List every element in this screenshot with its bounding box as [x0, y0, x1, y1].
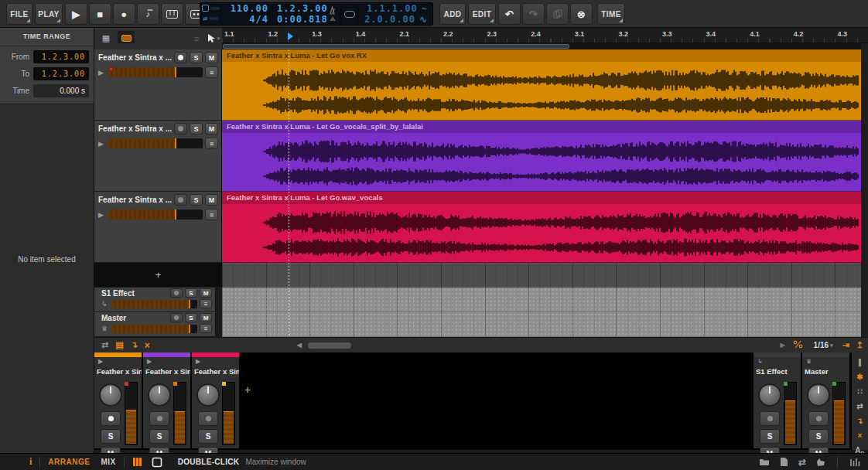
arm-button[interactable] — [170, 313, 183, 322]
solo-button[interactable]: S — [190, 194, 203, 206]
track-lane[interactable]: Feather x Sintra x Luma - Let Go.wav_voc… — [222, 192, 861, 263]
crossfade-icon[interactable]: ⇄ — [856, 403, 863, 410]
track-header[interactable]: Feather x Sintra x ... S M ▶ ≡ — [94, 121, 222, 192]
add-track-area[interactable]: + — [94, 263, 222, 288]
pan-knob[interactable] — [148, 383, 171, 407]
arm-button[interactable] — [149, 411, 169, 426]
solo-button[interactable]: S — [149, 429, 169, 444]
track-header[interactable]: Feather x Sintra x ... S M ▶ ≡ — [94, 49, 222, 121]
pan-knob[interactable] — [99, 383, 122, 407]
arm-button[interactable] — [198, 411, 218, 426]
undo-button[interactable]: ↶ — [498, 3, 521, 25]
arm-button[interactable] — [101, 411, 121, 426]
metronome-cell[interactable] — [324, 3, 341, 25]
volume-slider[interactable] — [111, 300, 197, 308]
snap-vertical-icon[interactable]: ↥ — [856, 340, 863, 350]
clip-grid-icon[interactable] — [132, 457, 142, 467]
snap-icon[interactable]: ⇥ — [842, 340, 849, 350]
tempo-value[interactable]: 110.00 — [225, 3, 268, 14]
duplicate-button[interactable] — [546, 3, 569, 25]
effect-track-header[interactable]: S1 Effect S M ↳ ≡ — [94, 288, 222, 312]
mute-button[interactable]: M — [205, 194, 218, 206]
play-follow-icon[interactable]: ▶ — [780, 342, 784, 349]
mute-button[interactable]: M — [205, 52, 218, 63]
mute-button[interactable]: M — [205, 123, 218, 135]
arm-button[interactable] — [760, 411, 780, 426]
track-menu-button[interactable]: ≡ — [205, 138, 218, 149]
volume-slider[interactable] — [108, 209, 203, 220]
zoom-scrollbar[interactable] — [308, 342, 351, 349]
track-menu-button[interactable]: ≡ — [205, 209, 218, 220]
arm-button[interactable] — [174, 194, 187, 206]
track-lane[interactable]: Feather x Sintra x Luma - Let Go_vocals_… — [222, 121, 861, 192]
tempo-cell[interactable]: 110.00 4/4 — [221, 3, 273, 25]
sends-section-icon[interactable]: ∷ — [857, 388, 862, 396]
time-signature-value[interactable]: 4/4 — [225, 14, 268, 25]
controller-button[interactable] — [161, 3, 183, 25]
volume-slider[interactable] — [111, 325, 197, 333]
track-name[interactable]: S1 Effect — [101, 289, 168, 298]
channel-name[interactable]: Feather x Sintr... — [143, 367, 190, 378]
solo-button[interactable]: S — [198, 429, 218, 444]
solo-button[interactable]: S — [760, 429, 780, 444]
time-menu-button[interactable]: TIME — [597, 3, 625, 25]
channel-name[interactable]: Feather x Sintr... — [192, 367, 239, 378]
stop-button[interactable]: ■ — [89, 3, 111, 25]
mixer-channel[interactable]: ▶ Feather x Sintr... S M — [143, 352, 192, 448]
clear-selection-icon[interactable]: × — [145, 340, 150, 351]
track-menu-button[interactable]: ≡ — [200, 299, 212, 308]
effect-track-lane[interactable] — [222, 288, 861, 312]
play-menu-button[interactable]: PLAY — [35, 3, 63, 25]
auto-scroll-icon[interactable]: ↴ — [131, 340, 138, 350]
solo-button[interactable]: S — [190, 123, 203, 135]
track-name[interactable]: Feather x Sintra x ... — [98, 53, 172, 62]
solo-button[interactable]: S — [808, 429, 829, 444]
track-menu-button[interactable]: ≡ — [200, 324, 212, 333]
loop-duration-value[interactable]: 2.0.0.00 — [364, 14, 415, 25]
maximize-window-icon[interactable] — [152, 457, 162, 468]
file-icon[interactable] — [780, 457, 788, 467]
arm-button[interactable] — [174, 52, 187, 63]
project-folder-icon[interactable] — [759, 458, 770, 466]
scroll-left-arrow-icon[interactable]: ◀ — [297, 342, 302, 349]
track-header[interactable]: Feather x Sintra x ... S M ▶ ≡ — [94, 192, 222, 263]
from-value-field[interactable]: 1.2.3.00 — [33, 50, 89, 63]
edit-menu-button[interactable]: EDIT — [468, 3, 496, 25]
mute-button[interactable]: M — [200, 313, 212, 322]
track-menu-button[interactable]: ≡ — [205, 66, 218, 78]
channel-name[interactable]: Master — [802, 367, 849, 378]
pan-knob[interactable] — [758, 383, 781, 407]
arm-button[interactable] — [808, 411, 829, 426]
mixer-channel-effect[interactable]: ↳ S1 Effect S M — [754, 352, 802, 448]
track-name[interactable]: Master — [101, 314, 168, 322]
grid-dropdown-icon[interactable]: ▾ — [830, 342, 833, 349]
position-cell[interactable]: 1.2.3.00 0:00.818 — [273, 3, 324, 25]
position-time-value[interactable]: 0:00.818 — [277, 14, 320, 25]
clip-label[interactable]: Feather x Sintra x Luma - Let Go vox RX — [222, 49, 861, 62]
arm-button[interactable] — [174, 123, 187, 135]
tab-arrange[interactable]: ARRANGE — [48, 458, 90, 466]
tab-mix[interactable]: MIX — [101, 458, 115, 466]
shuffle-arrows-icon[interactable]: ⇄ — [203, 14, 207, 23]
audio-clip[interactable]: Feather x Sintra x Luma - Let Go_vocals_… — [222, 121, 861, 192]
loop-range-cell[interactable]: 1.1.1.00~ 2.0.0.00∿ — [358, 3, 431, 25]
swap-arrows-icon[interactable]: ⇄ — [798, 457, 806, 468]
automation-button[interactable]: ♪̿ — [137, 3, 159, 25]
loop-icon[interactable] — [344, 11, 355, 18]
master-track-lane[interactable] — [222, 312, 861, 337]
record-button[interactable]: ● — [113, 3, 135, 25]
auto-scroll-icon[interactable]: ↴ — [856, 417, 863, 425]
loop-cell[interactable] — [341, 3, 358, 25]
metronome-icon[interactable] — [328, 6, 337, 15]
file-menu-button[interactable]: FILE — [6, 3, 32, 25]
redo-button[interactable]: ↷ — [522, 3, 545, 25]
pause-layout-icon[interactable]: ∥ — [858, 359, 862, 366]
audio-clip[interactable]: Feather x Sintra x Luma - Let Go vox RX — [222, 49, 861, 121]
add-menu-button[interactable]: ADD — [439, 3, 466, 25]
delete-button[interactable]: ⊗ — [570, 3, 593, 25]
track-name[interactable]: Feather x Sintra x ... — [98, 124, 172, 133]
pre-roll-icon[interactable] — [329, 15, 337, 22]
solo-button[interactable]: S — [185, 313, 197, 322]
play-button[interactable]: ▶ — [65, 3, 87, 25]
io-section-icon[interactable]: ✱ — [856, 373, 863, 381]
